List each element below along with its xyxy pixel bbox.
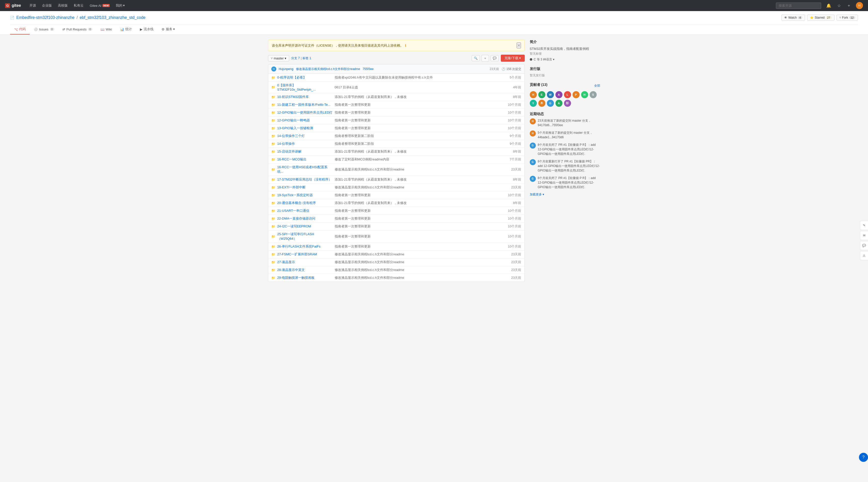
file-name-link[interactable]: 17-STM32中断应用总结（没有程序） — [277, 178, 332, 181]
file-name-link[interactable]: 21-USART一串口通信 — [277, 209, 310, 213]
file-name-link[interactable]: 13-GPIO输入一按键检测 — [277, 126, 313, 130]
tab-issues[interactable]: ⚪ Issues 0 — [30, 24, 58, 34]
tab-wiki[interactable]: 📖 Wiki — [96, 24, 116, 34]
nav-mine[interactable]: 我的 ▾ — [113, 2, 128, 9]
contributor-avatar[interactable]: H — [530, 91, 537, 98]
folder-icon: 📁 — [271, 268, 275, 272]
file-desc: 添加1-21章节的例程（从霸道复制而来），未修改 — [335, 177, 499, 182]
brief-desc: STM32库开发实战指南，指南者配套例程 — [530, 46, 600, 52]
commit-count-link[interactable]: 156 次提交 — [506, 67, 521, 71]
search-files-button[interactable]: 🔍 — [472, 55, 480, 61]
file-name-link[interactable]: 24-I2C一读写EEPROM — [277, 224, 311, 228]
nav-opensource[interactable]: 开源 — [27, 2, 38, 9]
contributor-avatar[interactable]: S — [590, 91, 597, 98]
repo-header: 📄 Embedfire-stm32f103-zhinanzhe / ebf_st… — [0, 11, 868, 35]
file-name-link[interactable]: 15-启动文件讲解 — [277, 150, 302, 153]
issues-badge: 0 — [50, 28, 54, 31]
message-button[interactable]: 💬 — [491, 55, 499, 61]
contributor-avatar[interactable]: W — [547, 91, 554, 98]
file-name-link[interactable]: 28-液晶显示中英文 — [277, 268, 305, 272]
file-name-link[interactable]: 27-液晶显示 — [277, 260, 295, 264]
nav-gitee-ai[interactable]: Gitee AI NEW — [87, 2, 112, 9]
load-more-button[interactable]: 加载更多 ▾ — [530, 192, 600, 197]
star-button[interactable]: ⭐ Starred 27 — [807, 14, 835, 21]
file-desc: 指南者xpt2046.h有中文问题以及删除在未使用触摸例程中有.c.h文件 — [335, 75, 499, 80]
user-avatar[interactable]: H — [856, 2, 863, 9]
commit-row: H Hujunpeng 修改液晶显示相关例程lcd.c.h文件和部分readme… — [268, 64, 525, 74]
file-name-link[interactable]: 20-通信基本概念-没有程序 — [277, 201, 316, 205]
nav-private[interactable]: 私有云 — [71, 2, 86, 9]
file-time: 10个月前 — [501, 216, 522, 221]
star-nav-icon[interactable]: ☆ — [836, 2, 842, 9]
folder-icon: 📁 — [271, 252, 275, 257]
commit-message-link[interactable]: 修改液晶显示相关例程lcd.c.h文件和部分readme — [296, 67, 360, 71]
float-chat-button[interactable]: 💬 — [860, 241, 868, 250]
float-warn-button[interactable]: ⚠ — [860, 251, 868, 260]
contributor-avatar[interactable]: P — [572, 91, 580, 98]
file-desc: 指南者第一次整理和更新 — [335, 224, 499, 229]
contributor-avatar[interactable]: A — [555, 91, 562, 98]
branch-count-link[interactable]: 分支 7 — [291, 56, 300, 60]
sidebar: 简介 STM32库开发实战指南，指南者配套例程 暂无标签 C 等 3 种语言 ▾… — [530, 40, 600, 282]
watch-button[interactable]: 👁 Watch 4 — [781, 14, 805, 21]
lang-info[interactable]: C 等 3 种语言 ▾ — [530, 57, 600, 62]
info-icon: ℹ — [405, 43, 406, 47]
contributor-avatar[interactable]: L — [564, 91, 571, 98]
logo[interactable]: G gitee — [5, 3, 21, 8]
file-name-link[interactable]: 10-初识STM32固件库 — [277, 95, 309, 99]
tab-service[interactable]: ⚙ 服务 ▾ — [158, 24, 179, 34]
nav-enterprise[interactable]: 企业版 — [39, 2, 54, 9]
tag-count-link[interactable]: 标签 1 — [303, 56, 311, 60]
contributor-avatar[interactable]: A — [555, 100, 562, 107]
contributor-avatar[interactable]: G — [547, 100, 554, 107]
file-name-link[interactable]: 0-程序说明【必看】 — [277, 76, 307, 79]
repo-owner-link[interactable]: Embedfire-stm32f103-zhinanzhe — [17, 16, 74, 20]
file-name-link[interactable]: 18-EXTI一外部中断 — [277, 185, 306, 189]
folder-icon: 📁 — [271, 150, 275, 154]
add-file-button[interactable]: ＋ — [482, 55, 489, 62]
file-name-link[interactable]: 14-位带操作 — [277, 142, 295, 146]
clone-button[interactable]: 克隆/下载 ▾ — [501, 55, 525, 62]
code-icon: ⌥ — [14, 27, 18, 31]
contributor-avatar[interactable]: H — [581, 91, 588, 98]
commit-hash-link[interactable]: 755f3ee — [363, 67, 373, 71]
tab-code[interactable]: ⌥ 代码 — [10, 24, 30, 34]
file-name-link[interactable]: 16-RCC一使用HSE或者HSI配置系统... — [277, 165, 328, 174]
tab-pulls[interactable]: ⇄ Pull Requests 0 — [58, 24, 96, 34]
file-name-link[interactable]: 12-GPIO输出一使用固件库点亮LED灯 — [277, 111, 333, 114]
alert-close-button[interactable]: ✕ — [517, 42, 521, 48]
file-name-link[interactable]: 12-GPIO输出一蜂鸣器 — [277, 118, 310, 122]
tab-pipeline[interactable]: ▶ 流水线 — [136, 24, 158, 34]
no-tag: 暂无标签 — [530, 52, 600, 56]
file-name-link[interactable]: 22-DMA一直接存储器访问 — [277, 217, 316, 220]
tab-stats[interactable]: 📊 统计 — [116, 24, 136, 34]
add-icon[interactable]: ＋ — [846, 2, 852, 9]
file-desc: 修改液晶显示相关例程lcd.c.h文件和部分readme — [335, 252, 499, 257]
file-name-link[interactable]: 27-FSMC一扩展外部SRAM — [277, 252, 317, 256]
file-name-link[interactable]: 29-电阻触摸屏一触摸画板 — [277, 276, 315, 279]
fork-button[interactable]: ⑂ Fork 12 — [837, 14, 858, 21]
contributor-avatar[interactable]: 木 — [538, 100, 545, 107]
notification-icon[interactable]: 🔔 — [825, 2, 832, 9]
float-mail-button[interactable]: ✉ — [860, 231, 868, 240]
search-input[interactable] — [776, 2, 821, 9]
file-name: 26-串行FLASH文件系统FatFs — [277, 244, 333, 249]
float-edit-button[interactable]: ✎ — [860, 221, 868, 230]
file-name-link[interactable]: 19-SysTick一系统定时器 — [277, 193, 313, 197]
file-name-link[interactable]: 25-SPI一读写串行FLASH（W25Q64） — [277, 232, 314, 241]
file-row: 📁 21-USART一串口通信 指南者第一次整理和更新 10个月前 — [268, 207, 525, 215]
file-time: 10个月前 — [501, 244, 522, 249]
file-name-link[interactable]: 11-新建工程一固件库版本/Fwlib-Te... — [277, 103, 331, 107]
commit-author-link[interactable]: Hujunpeng — [279, 67, 293, 71]
file-name-link[interactable]: 16-RCC一MCO输出 — [277, 157, 307, 161]
file-name-link[interactable]: 0【固件库】STM32F10x_StdPeriph_... — [277, 83, 316, 91]
all-contributors-link[interactable]: 全部 — [594, 84, 600, 88]
file-name-link[interactable]: 14-位带操作三个灯 — [277, 134, 305, 138]
contributor-avatar[interactable]: 彭 — [564, 100, 571, 107]
file-name-link[interactable]: 26-串行FLASH文件系统FatFs — [277, 244, 321, 248]
contributor-avatar[interactable]: E — [538, 91, 545, 98]
nav-school[interactable]: 高校版 — [55, 2, 70, 9]
repo-name-link[interactable]: ebf_stm32f103_zhinanzhe_std_code — [80, 16, 146, 20]
branch-select[interactable]: ⑂ master ▾ — [268, 55, 289, 61]
contributor-avatar[interactable]: Y — [530, 100, 537, 107]
